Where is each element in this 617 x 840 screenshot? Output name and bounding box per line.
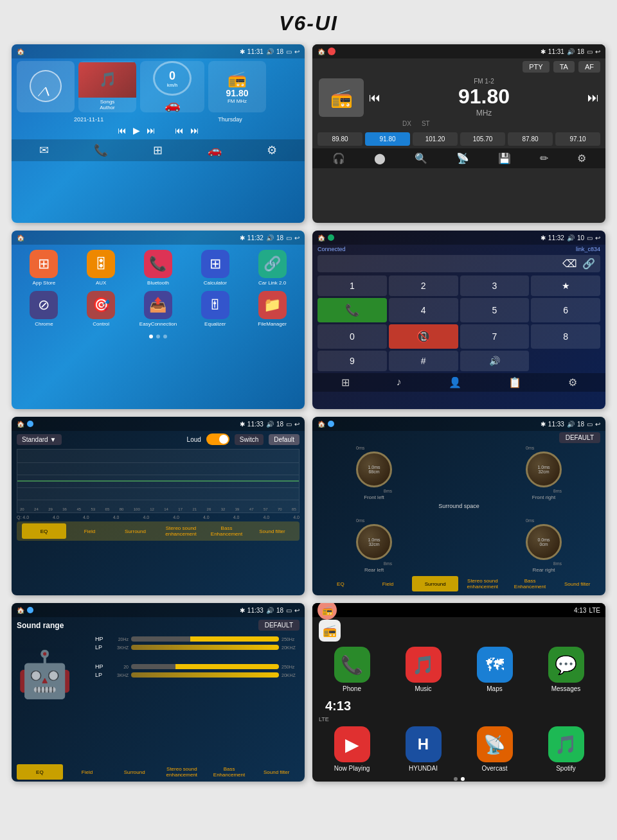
music-icon[interactable]: ♪ — [397, 376, 402, 389]
default-button[interactable]: DEFAULT — [559, 432, 600, 443]
default-button[interactable]: DEFAULT — [258, 620, 300, 631]
app-easyconnection[interactable]: 📤 EasyConnection — [132, 291, 184, 327]
key-4[interactable]: 4 — [389, 298, 458, 322]
preset-2[interactable]: 91.80 — [365, 132, 410, 146]
eq-tab[interactable]: EQ — [317, 576, 364, 591]
cp-hyundai[interactable]: H HYUNDAI — [390, 726, 456, 772]
app-aux[interactable]: 🎛 AUX — [75, 250, 127, 286]
key-3[interactable]: 3 — [460, 276, 530, 296]
settings-icon[interactable]: ⚙ — [568, 376, 577, 389]
filter-tab[interactable]: Sound filter — [554, 576, 600, 591]
surround-tab[interactable]: Surround — [113, 523, 157, 539]
eq-tab[interactable]: EQ — [17, 764, 63, 780]
settings-icon[interactable]: ⚙ — [267, 143, 277, 157]
preset-1[interactable]: 89.80 — [317, 132, 362, 146]
backspace-button[interactable]: ⌫ — [562, 258, 577, 270]
knob-rear-left[interactable]: 1.0ms32cm — [356, 524, 392, 560]
car-bottom-icon[interactable]: 🚗 — [208, 143, 222, 157]
apps-icon[interactable]: ⊞ — [153, 143, 163, 157]
preset-dropdown[interactable]: Standard ▼ — [17, 434, 62, 445]
stereo-tab[interactable]: Stereo sound enhancement — [159, 523, 203, 539]
knob-front-left[interactable]: 1.0ms68cm — [356, 451, 392, 487]
switch-button[interactable]: Switch — [235, 434, 264, 445]
volume-button[interactable]: 🔊 — [460, 351, 530, 371]
headphone-icon[interactable]: 🎧 — [332, 152, 345, 164]
key-9[interactable]: 9 — [317, 351, 387, 371]
filter-tab[interactable]: Sound filter — [250, 523, 294, 539]
surround-tab[interactable]: Surround — [412, 576, 458, 591]
field-tab[interactable]: Field — [67, 523, 112, 539]
key-7[interactable]: 7 — [460, 324, 530, 349]
key-8[interactable]: 8 — [531, 324, 600, 349]
app-filemanager[interactable]: 📁 FileManager — [246, 291, 298, 327]
stereo-tab[interactable]: Stereo sound enhancement — [460, 576, 506, 591]
bass-tab[interactable]: Bass Enhancement — [507, 576, 553, 591]
pty-button[interactable]: PTY — [523, 61, 549, 73]
contact-icon[interactable]: 👤 — [449, 376, 461, 389]
media-controls[interactable]: ⏮ ▶ ⏭ ⏮ ⏭ — [12, 124, 305, 137]
app-bluetooth[interactable]: 📞 Bluetooth — [132, 250, 184, 286]
cp-music[interactable]: 🎵 Music — [390, 647, 456, 692]
radio-prev-button[interactable]: ⏮ — [369, 91, 380, 105]
radio-widget[interactable]: 📻 91.80 FM MHz — [208, 61, 266, 112]
save-icon[interactable]: 💾 — [498, 152, 511, 164]
cp-maps[interactable]: 🗺 Maps — [461, 647, 528, 692]
key-hash[interactable]: # — [389, 351, 458, 371]
app-calculator[interactable]: ⊞ Calculator — [189, 250, 241, 286]
preset-4[interactable]: 105.70 — [460, 132, 505, 146]
key-star[interactable]: ★ — [531, 276, 600, 296]
cp-overcast[interactable]: 📡 Overcast — [461, 726, 528, 772]
app-equalizer[interactable]: 🎚 Equalizer — [189, 291, 241, 327]
stereo-tab[interactable]: Stereo sound enhancement — [159, 764, 205, 780]
phone-icon[interactable]: 📞 — [94, 143, 108, 157]
cp-phone[interactable]: 📞 Phone — [319, 647, 385, 692]
lp-track-1[interactable] — [131, 645, 279, 650]
knob-rear-right[interactable]: 0.0ms0cm — [526, 524, 562, 560]
af-button[interactable]: AF — [578, 61, 600, 73]
cp-spotify[interactable]: 🎵 Spotify — [533, 726, 599, 772]
preset-3[interactable]: 101.20 — [413, 132, 458, 146]
prev-button[interactable]: ⏮ — [118, 125, 127, 136]
app-store[interactable]: ⊞ App Store — [18, 250, 70, 286]
nav-widget[interactable]: 0 km/h 🚗 — [140, 61, 204, 112]
search-icon[interactable]: 🔍 — [415, 152, 427, 164]
key-6[interactable]: 6 — [531, 298, 600, 322]
cp-nowplaying[interactable]: ▶ Now Playing — [319, 726, 385, 772]
app-control[interactable]: 🎯 Control — [75, 291, 127, 327]
play-button[interactable]: ▶ — [133, 125, 140, 136]
clock-widget[interactable] — [17, 61, 75, 112]
call-button[interactable]: 📞 — [317, 298, 387, 322]
prev2-button[interactable]: ⏮ — [175, 125, 184, 136]
settings-icon[interactable]: ⚙ — [577, 152, 586, 164]
radio-next-button[interactable]: ⏭ — [587, 91, 599, 105]
end-button[interactable]: 📵 — [389, 324, 458, 349]
eq-tab[interactable]: EQ — [22, 523, 66, 539]
music-widget[interactable]: 🎵 Songs Author — [78, 61, 136, 112]
dialpad-icon[interactable]: ⊞ — [341, 376, 350, 389]
app-chrome[interactable]: ⊘ Chrome — [18, 291, 70, 327]
bass-tab[interactable]: Bass Enhancement — [204, 523, 249, 539]
call-log-icon[interactable]: 📋 — [508, 376, 521, 389]
field-tab[interactable]: Field — [365, 576, 411, 591]
app-carlink[interactable]: 🔗 Car Link 2.0 — [246, 250, 298, 286]
default-button[interactable]: Default — [269, 434, 300, 445]
bass-tab[interactable]: Bass Enhancement — [206, 764, 253, 780]
preset-5[interactable]: 87.80 — [508, 132, 553, 146]
hp-track-2[interactable] — [131, 664, 279, 669]
signal-icon[interactable]: 📡 — [456, 152, 469, 164]
message-icon[interactable]: ✉ — [39, 143, 49, 157]
knob-front-right[interactable]: 1.0ms32cm — [526, 451, 562, 487]
surround-tab[interactable]: Surround — [111, 764, 157, 780]
ta-button[interactable]: TA — [553, 61, 575, 73]
key-1[interactable]: 1 — [317, 276, 387, 296]
edit-icon[interactable]: ✏ — [540, 152, 548, 164]
filter-tab[interactable]: Sound filter — [253, 764, 300, 780]
loud-toggle[interactable] — [206, 433, 229, 445]
lp-track-2[interactable] — [131, 672, 279, 678]
cp-messages[interactable]: 💬 Messages — [533, 647, 599, 692]
next-button[interactable]: ⏭ — [147, 125, 156, 136]
field-tab[interactable]: Field — [64, 764, 111, 780]
carplay-small-1[interactable]: 📻 — [319, 620, 341, 642]
toggle-icon[interactable]: ⬤ — [374, 152, 386, 164]
key-2[interactable]: 2 — [389, 276, 458, 296]
